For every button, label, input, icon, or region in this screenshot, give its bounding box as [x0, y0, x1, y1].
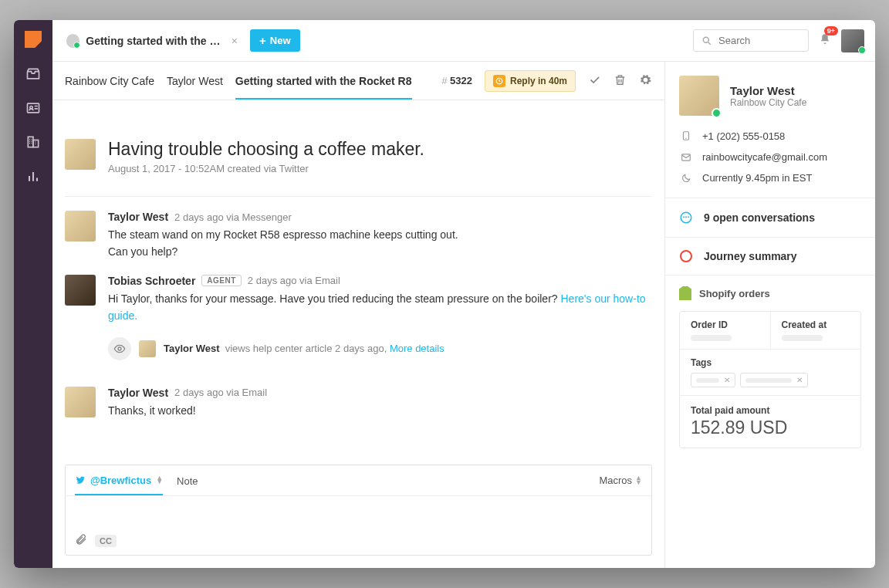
chat-icon	[679, 211, 693, 225]
shopify-section-header: Shopify orders	[665, 275, 875, 311]
svg-rect-2	[28, 137, 33, 147]
breadcrumb-bar: Rainbow City Cafe Taylor West Getting st…	[52, 62, 664, 100]
topbar: Getting started with the R... × New 9+	[52, 20, 875, 62]
message-avatar	[65, 387, 96, 417]
activity-event: Taylor West views help center article 2 …	[52, 325, 664, 373]
attachment-icon[interactable]	[75, 533, 87, 549]
created-at-cell: Created at	[771, 312, 861, 349]
tab-avatar	[66, 34, 79, 48]
phone-icon	[679, 130, 693, 142]
main-column: Getting started with the R... × New 9+ R…	[52, 20, 875, 568]
twitter-icon	[75, 475, 86, 485]
customer-name: Taylor West	[730, 84, 806, 97]
eye-icon	[108, 337, 131, 360]
close-icon[interactable]: ✕	[724, 376, 730, 384]
svg-point-1	[30, 106, 32, 109]
customer-sidebar: Taylor West Rainbow City Cafe +1 (202) 5…	[665, 62, 875, 568]
new-button[interactable]: New	[250, 29, 300, 52]
circle-icon	[680, 250, 692, 262]
svg-point-4	[703, 37, 708, 42]
customer-header-section: Taylor West Rainbow City Cafe +1 (202) 5…	[665, 62, 875, 198]
close-icon[interactable]: ✕	[796, 376, 803, 384]
search-field[interactable]	[718, 35, 800, 46]
agent-badge: AGENT	[201, 275, 242, 286]
svg-point-6	[118, 347, 121, 350]
trash-icon[interactable]	[614, 73, 627, 89]
total-paid-cell: Total paid amount 152.89 USD	[680, 396, 860, 448]
tags-cell: Tags ✕ ✕	[680, 350, 860, 396]
user-avatar[interactable]	[841, 29, 864, 52]
chevron-updown-icon: ▲▼	[156, 476, 163, 485]
nav-rail	[14, 20, 52, 568]
ticket-hero: Having trouble choosing a coffee maker. …	[52, 100, 664, 196]
app-logo[interactable]	[25, 31, 42, 48]
breadcrumb-user[interactable]: Taylor West	[167, 75, 223, 87]
shopify-order-card: Order ID Created at Tags ✕ ✕	[679, 311, 861, 448]
message-avatar	[65, 275, 96, 306]
close-icon[interactable]: ×	[232, 35, 238, 47]
tag-pill[interactable]: ✕	[691, 373, 735, 387]
reply-composer: @Brewfictus ▲▼ Note Macros ▲▼	[65, 465, 652, 556]
message-text: The steam wand on my Rocket R58 espresso…	[108, 226, 652, 261]
message-author: Taylor West	[108, 211, 168, 223]
message-text: Thanks, it worked!	[108, 402, 652, 419]
message-meta: 2 days ago via Email	[174, 387, 267, 398]
ticket-title: Having trouble choosing a coffee maker.	[108, 139, 424, 160]
cc-button[interactable]: CC	[95, 535, 117, 547]
skeleton	[691, 335, 732, 341]
message: Tobias Schroeter AGENT 2 days ago via Em…	[52, 261, 664, 325]
inbox-icon[interactable]	[25, 66, 41, 82]
moon-icon	[679, 173, 693, 184]
notification-badge: 9+	[824, 26, 838, 35]
customer-phone-row: +1 (202) 555-0158	[679, 130, 861, 142]
more-details-link[interactable]: More details	[390, 343, 444, 354]
search-icon	[701, 35, 712, 46]
message-author: Tobias Schroeter	[108, 275, 195, 287]
notifications-button[interactable]: 9+	[818, 32, 832, 49]
breadcrumb-org[interactable]: Rainbow City Cafe	[65, 75, 154, 87]
mail-icon	[679, 152, 693, 163]
composer-tab-twitter[interactable]: @Brewfictus ▲▼	[75, 475, 163, 495]
conversation-panel: Rainbow City Cafe Taylor West Getting st…	[52, 62, 665, 568]
customer-avatar	[679, 76, 719, 116]
macros-dropdown[interactable]: Macros ▲▼	[599, 475, 642, 486]
event-avatar	[139, 340, 156, 357]
order-id-cell: Order ID	[680, 312, 771, 349]
tag-pill[interactable]: ✕	[740, 373, 808, 387]
reply-timer[interactable]: Reply in 40m	[485, 70, 576, 92]
active-tab[interactable]: Getting started with the R... ×	[63, 29, 241, 52]
customer-time-row: Currently 9.45pm in EST	[679, 172, 861, 184]
event-text: views help center article 2 days ago,	[225, 343, 387, 354]
message-meta: 2 days ago via Messenger	[174, 211, 292, 223]
ticket-meta: August 1, 2017 - 10:52AM created via Twi…	[108, 163, 424, 174]
gear-icon[interactable]	[639, 73, 652, 89]
skeleton	[782, 335, 823, 341]
ticket-id: # 5322	[441, 75, 472, 86]
contacts-icon[interactable]	[25, 100, 41, 116]
clock-icon	[493, 75, 505, 87]
reports-icon[interactable]	[25, 168, 41, 184]
total-paid-amount: 152.89 USD	[691, 417, 850, 438]
shopify-icon	[679, 286, 691, 300]
event-author: Taylor West	[164, 343, 219, 354]
composer-tab-note[interactable]: Note	[177, 475, 198, 495]
content-row: Rainbow City Cafe Taylor West Getting st…	[52, 62, 875, 568]
composer-textarea[interactable]	[66, 496, 651, 527]
composer-actions: CC	[66, 527, 651, 555]
message: Taylor West 2 days ago via Messenger The…	[52, 197, 664, 261]
journey-summary-link[interactable]: Journey summary	[665, 238, 875, 275]
open-conversations-link[interactable]: 9 open conversations	[665, 198, 875, 238]
tab-title: Getting started with the R...	[86, 35, 221, 47]
message-author: Taylor West	[108, 387, 168, 399]
search-input[interactable]	[693, 29, 809, 52]
customer-email-row: rainbowcitycafe@gmail.com	[679, 151, 861, 163]
org-icon[interactable]	[25, 134, 41, 150]
message-text: Hi Taylor, thanks for your message. Have…	[108, 290, 652, 325]
composer-tabs: @Brewfictus ▲▼ Note Macros ▲▼	[66, 465, 651, 496]
hero-avatar	[65, 139, 96, 170]
breadcrumb-ticket[interactable]: Getting started with the Rocket R8	[235, 75, 412, 100]
customer-org: Rainbow City Cafe	[730, 97, 806, 108]
check-icon[interactable]	[588, 73, 601, 89]
message-meta: 2 days ago via Email	[248, 275, 340, 286]
app-window: Getting started with the R... × New 9+ R…	[14, 20, 875, 568]
